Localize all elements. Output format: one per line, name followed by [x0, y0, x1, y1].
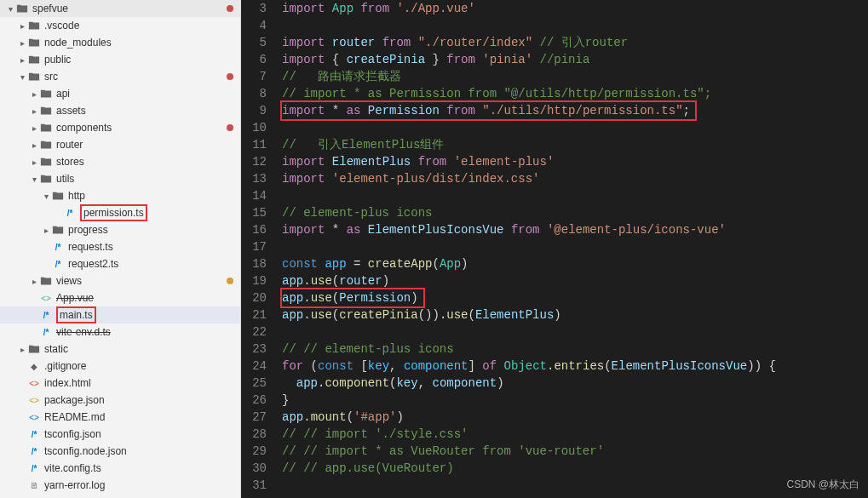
tree-item-label: stores [56, 156, 84, 168]
file-ts-icon [27, 427, 41, 441]
code-line[interactable]: import App from './App.vue' [282, 0, 859, 17]
file-vite-env.d.ts[interactable]: vite-env.d.ts [0, 323, 240, 341]
code-line[interactable]: // // import * as VueRouter from 'vue-ro… [282, 443, 859, 460]
folder-stores[interactable]: ▸stores [0, 153, 240, 170]
chevron-icon[interactable]: ▸ [41, 226, 51, 235]
code-line[interactable]: // // app.use(VueRouter) [282, 460, 859, 477]
chevron-icon[interactable]: ▸ [29, 157, 39, 167]
folder-api[interactable]: ▸api [0, 85, 240, 102]
code-line[interactable]: app.mount('#app') [282, 409, 859, 426]
file-request2.ts[interactable]: request2.ts [0, 255, 240, 272]
code-line[interactable] [282, 477, 859, 494]
code-line[interactable]: // element-plus icons [282, 204, 859, 221]
code-line[interactable] [282, 323, 859, 341]
folder-router[interactable]: ▸router [0, 136, 240, 153]
code-line[interactable]: import ElementPlus from 'element-plus' [282, 153, 859, 170]
chevron-icon[interactable]: ▸ [17, 345, 27, 354]
code-line[interactable] [282, 17, 859, 34]
tree-item-label: api [56, 88, 70, 100]
chevron-icon[interactable]: ▸ [29, 140, 39, 150]
folder-utils[interactable]: ▾utils [0, 170, 240, 187]
folder-icon [51, 223, 65, 237]
chevron-icon[interactable]: ▾ [5, 4, 15, 14]
code-line[interactable]: import * as ElementPlusIconsVue from '@e… [282, 221, 859, 238]
folder-views[interactable]: ▸views [0, 272, 240, 289]
line-number: 7 [241, 68, 267, 85]
line-number: 11 [241, 136, 267, 153]
tree-item-label: progress [68, 224, 108, 236]
code-line[interactable]: // 引入ElementPlus组件 [282, 136, 859, 153]
code-line[interactable]: import { createPinia } from 'pinia' //pi… [282, 51, 859, 68]
folder-icon [15, 2, 29, 15]
file-explorer[interactable]: ▾spefvue▸.vscode▸node_modules▸public▾src… [0, 0, 241, 498]
file-App.vue[interactable]: App.vue [0, 289, 240, 306]
tree-item-label: .gitignore [44, 360, 86, 372]
modified-dot-icon [227, 124, 233, 131]
chevron-icon[interactable]: ▸ [17, 21, 27, 31]
chevron-icon[interactable]: ▾ [41, 192, 51, 201]
folder-.vscode[interactable]: ▸.vscode [0, 17, 240, 34]
folder-assets[interactable]: ▸assets [0, 102, 240, 119]
code-line[interactable]: // 路由请求拦截器 [282, 68, 859, 85]
chevron-icon[interactable]: ▸ [29, 106, 39, 116]
file-package.json[interactable]: package.json [0, 392, 240, 409]
chevron-icon[interactable]: ▸ [29, 277, 39, 286]
code-line[interactable]: app.use(createPinia()).use(ElementPlus) [282, 306, 859, 323]
file-index.html[interactable]: index.html [0, 375, 240, 392]
code-line[interactable]: // // import './style.css' [282, 426, 859, 443]
file-vite.config.ts[interactable]: vite.config.ts [0, 460, 240, 477]
folder-components[interactable]: ▸components [0, 119, 240, 136]
code-line[interactable]: const app = createApp(App) [282, 255, 859, 272]
line-number: 25 [241, 375, 267, 392]
chevron-icon[interactable]: ▾ [17, 72, 27, 82]
folder-progress[interactable]: ▸progress [0, 221, 240, 238]
code-editor[interactable]: 3456789101112131415161718192021222324252… [241, 0, 868, 498]
code-line[interactable] [282, 187, 859, 204]
file-tsconfig.json[interactable]: tsconfig.json [0, 426, 240, 443]
file-ts-icon [51, 240, 65, 254]
file-yarn-error.log[interactable]: yarn-error.log [0, 477, 240, 494]
chevron-icon[interactable]: ▾ [29, 175, 39, 184]
folder-src[interactable]: ▾src [0, 68, 240, 85]
file-.gitignore[interactable]: .gitignore [0, 358, 240, 375]
file-ts-icon [63, 206, 77, 220]
code-line[interactable] [282, 238, 859, 255]
folder-icon [39, 121, 53, 135]
code-area[interactable]: import App from './App.vue'import router… [282, 0, 868, 498]
chevron-icon[interactable]: ▸ [17, 38, 27, 48]
file-vue-icon [39, 291, 53, 305]
chevron-icon[interactable]: ▸ [17, 55, 27, 65]
code-line[interactable]: import router from "./router/index" // 引… [282, 34, 859, 51]
code-line[interactable]: // // element-plus icons [282, 341, 859, 358]
file-main.ts[interactable]: main.ts [0, 306, 240, 323]
file-tsconfig.node.json[interactable]: tsconfig.node.json [0, 443, 240, 460]
code-line[interactable]: import 'element-plus/dist/index.css' [282, 170, 859, 187]
file-permission.ts[interactable]: permission.ts [0, 204, 240, 221]
code-line[interactable]: // import * as Permission from "@/utils/… [282, 85, 859, 102]
line-number: 21 [241, 306, 267, 323]
chevron-icon[interactable]: ▸ [29, 123, 39, 133]
code-line[interactable]: app.use(Permission) [282, 289, 859, 306]
chevron-icon[interactable]: ▸ [29, 89, 39, 99]
code-line[interactable]: app.use(router) [282, 272, 859, 289]
file-README.md[interactable]: README.md [0, 409, 240, 426]
code-line[interactable]: } [282, 392, 859, 409]
line-number: 14 [241, 187, 267, 204]
code-line[interactable]: app.component(key, component) [282, 375, 859, 392]
modified-dot-icon [227, 73, 233, 80]
code-line[interactable] [282, 119, 859, 136]
folder-icon [39, 138, 53, 152]
modified-dot-icon [227, 278, 233, 284]
tree-item-label: permission.ts [83, 207, 144, 219]
folder-node_modules[interactable]: ▸node_modules [0, 34, 240, 51]
folder-static[interactable]: ▸static [0, 341, 240, 358]
file-ts-icon [51, 257, 65, 271]
file-request.ts[interactable]: request.ts [0, 238, 240, 255]
folder-http[interactable]: ▾http [0, 187, 240, 204]
code-line[interactable]: import * as Permission from "./utils/htt… [282, 102, 859, 119]
folder-icon [39, 172, 53, 186]
line-number: 30 [241, 460, 267, 477]
folder-public[interactable]: ▸public [0, 51, 240, 68]
folder-spefvue[interactable]: ▾spefvue [0, 0, 240, 17]
code-line[interactable]: for (const [key, component] of Object.en… [282, 358, 859, 375]
